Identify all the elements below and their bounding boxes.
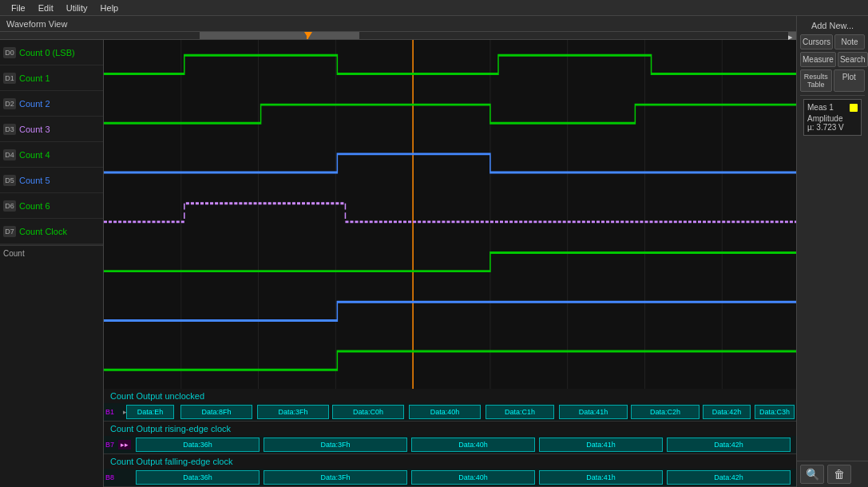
results-table-button[interactable]: Results Table bbox=[800, 69, 832, 92]
menu-file[interactable]: File bbox=[5, 3, 32, 13]
scroll-bar[interactable]: ▸ bbox=[0, 32, 796, 40]
bus-panel-unclocked-title: Count Output unclocked bbox=[104, 389, 796, 403]
bus-seg-40h-1: Data:40h bbox=[409, 405, 481, 419]
waveform-title: Waveform View bbox=[0, 19, 73, 29]
channel-row-d5[interactable]: D5 Count 5 bbox=[0, 168, 103, 193]
bus-panel-falling-title: Count Output falling-edge clock bbox=[104, 454, 796, 469]
channel-label-d3: Count 3 bbox=[19, 125, 50, 134]
plot-button[interactable]: Plot bbox=[834, 69, 866, 92]
corner-button[interactable]: ▸ bbox=[788, 32, 796, 40]
channel-label-d1: Count 1 bbox=[19, 73, 50, 83]
bus-seg-3fh-2: Data:3Fh bbox=[264, 438, 407, 452]
channels-panel: D0 Count 0 (LSB) D1 Count 1 D2 Count 2 D… bbox=[0, 40, 796, 487]
measure-button[interactable]: Measure bbox=[800, 52, 836, 67]
bus-seg-42h-2: Data:42h bbox=[667, 438, 791, 452]
bus-seg-36h-fall: Data:36h bbox=[136, 470, 260, 485]
channel-label-d2: Count 2 bbox=[19, 99, 50, 109]
meas1-amplitude-label: Amplitude bbox=[807, 114, 858, 123]
cursors-note-row: Cursors Note bbox=[800, 34, 865, 49]
channel-label-d7: Count Clock bbox=[19, 227, 67, 236]
bus-seg-41h-1: Data:41h bbox=[559, 405, 628, 419]
meas1-header: Meas 1 bbox=[807, 103, 858, 112]
bus-seg-42h-fall: Data:42h bbox=[667, 470, 791, 485]
channel-label-d5: Count 5 bbox=[19, 176, 50, 185]
sidebar-divider bbox=[800, 95, 865, 96]
bus-panel-falling: Count Output falling-edge clock B8 Data:… bbox=[104, 454, 796, 487]
channel-row-d7[interactable]: D7 Count Clock bbox=[0, 219, 103, 244]
bus-seg-c3h: Data:C3h bbox=[755, 405, 795, 419]
cursors-button[interactable]: Cursors bbox=[800, 34, 833, 49]
meas1-box: Meas 1 Amplitude µ: 3.723 V bbox=[803, 99, 862, 136]
channel-row-d3[interactable]: D3 Count 3 bbox=[0, 117, 103, 142]
bus-seg-c1h: Data:C1h bbox=[486, 405, 554, 419]
meas1-title: Meas 1 bbox=[807, 103, 834, 112]
channel-row-d2[interactable]: D2 Count 2 bbox=[0, 91, 103, 117]
bus-seg-3fh-fall: Data:3Fh bbox=[264, 470, 407, 485]
channel-label-d4: Count 4 bbox=[19, 150, 50, 160]
bus-seg-41h-fall: Data:41h bbox=[539, 470, 663, 485]
sidebar: Add New... Cursors Note Measure Search R… bbox=[796, 16, 868, 487]
bus-seg-3fh-1: Data:3Fh bbox=[257, 405, 329, 419]
bus-seg-36h: Data:36h bbox=[136, 438, 260, 452]
add-new-title: Add New... bbox=[800, 19, 865, 32]
trash-icon-button[interactable]: 🗑 bbox=[827, 465, 851, 484]
menubar: File Edit Utility Help bbox=[0, 0, 868, 16]
search-button[interactable]: Search bbox=[838, 52, 868, 67]
bus-seg-c2h: Data:C2h bbox=[631, 405, 700, 419]
bus-seg-c0h: Data:C0h bbox=[332, 405, 404, 419]
channel-num-d4: D4 bbox=[3, 149, 16, 160]
waveform-canvas[interactable]: -1.60 µs -1.20 µs -800 ns -400 ns 0 s 40… bbox=[104, 40, 796, 487]
channel-num-d3: D3 bbox=[3, 124, 16, 135]
channel-labels: D0 Count 0 (LSB) D1 Count 1 D2 Count 2 D… bbox=[0, 40, 104, 487]
sidebar-bottom: 🔍 🗑 bbox=[797, 461, 868, 487]
sidebar-top: Add New... Cursors Note Measure Search R… bbox=[797, 16, 868, 142]
channel-row-d6[interactable]: D6 Count 6 bbox=[0, 193, 103, 219]
channel-label-d0: Count 0 (LSB) bbox=[19, 48, 75, 57]
bus-panel-rising: Count Output rising-edge clock B7 ▸▸ Dat… bbox=[104, 422, 796, 454]
channel-row-d0[interactable]: D0 Count 0 (LSB) bbox=[0, 40, 103, 65]
bus-seg-eh: Data:Eh bbox=[126, 405, 174, 419]
bus-seg-41h-2: Data:41h bbox=[539, 438, 663, 452]
measure-search-row: Measure Search bbox=[800, 52, 865, 67]
bus-seg-40h-2: Data:40h bbox=[411, 438, 535, 452]
meas1-color-dot bbox=[850, 104, 858, 112]
channel-num-d2: D2 bbox=[3, 98, 16, 109]
channel-num-d1: D1 bbox=[3, 73, 16, 84]
menu-utility[interactable]: Utility bbox=[60, 3, 94, 13]
channel-label-d6: Count 6 bbox=[19, 201, 50, 211]
bus-seg-40h-fall: Data:40h bbox=[411, 470, 535, 485]
channel-row-d4[interactable]: D4 Count 4 bbox=[0, 142, 103, 168]
channel-num-d5: D5 bbox=[3, 175, 16, 186]
main-area: Waveform View ▸ D0 Count 0 (LSB) D1 Coun… bbox=[0, 16, 868, 487]
results-plot-row: Results Table Plot bbox=[800, 69, 865, 92]
zoom-icon-button[interactable]: 🔍 bbox=[800, 465, 824, 484]
channel-num-d0: D0 bbox=[3, 47, 16, 58]
channel-row-d1[interactable]: D1 Count 1 bbox=[0, 65, 103, 91]
bus-seg-8fh: Data:8Fh bbox=[180, 405, 252, 419]
waveform-area: Waveform View ▸ D0 Count 0 (LSB) D1 Coun… bbox=[0, 16, 796, 487]
bus-panel-rising-title: Count Output rising-edge clock bbox=[104, 422, 796, 436]
note-button[interactable]: Note bbox=[834, 34, 865, 49]
meas1-amplitude-value: µ: 3.723 V bbox=[807, 123, 858, 132]
menu-edit[interactable]: Edit bbox=[32, 3, 60, 13]
bus-panel-unclocked: Count Output unclocked B1 ▸▸ Data:Eh Dat… bbox=[104, 389, 796, 422]
menu-help[interactable]: Help bbox=[94, 3, 125, 13]
channel-num-d7: D7 bbox=[3, 226, 16, 237]
bus-seg-42h-1: Data:42h bbox=[703, 405, 751, 419]
channel-num-d6: D6 bbox=[3, 200, 16, 212]
